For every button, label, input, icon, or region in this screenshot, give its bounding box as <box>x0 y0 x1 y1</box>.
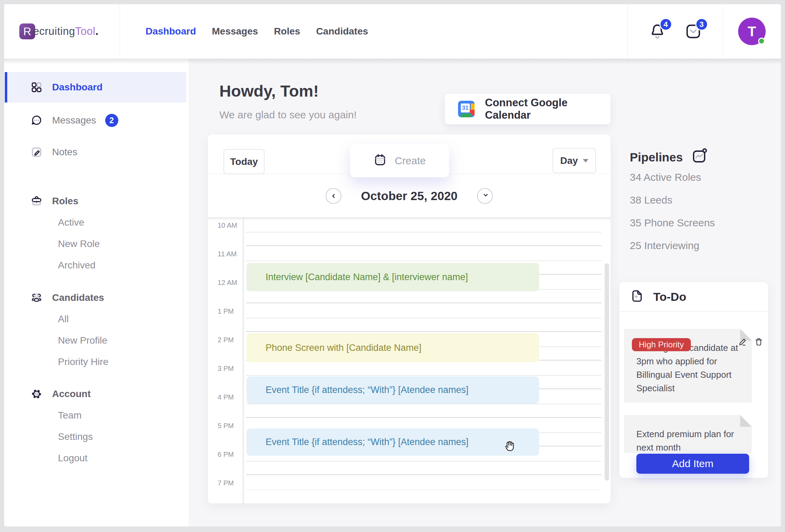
main-content: Howdy, Tom! We are glad to see you again… <box>189 59 781 526</box>
calendar-event-phone-screen[interactable]: Phone Screen with [Candidate Name] <box>247 333 539 362</box>
messages-count-badge: 2 <box>105 114 118 127</box>
sidebar-item-notes[interactable]: Notes <box>4 137 189 167</box>
dashboard-grid-icon <box>30 81 43 93</box>
time-label: 11 AM <box>218 250 240 258</box>
nav-messages[interactable]: Messages <box>212 26 258 37</box>
google-calendar-icon: 31 <box>458 101 475 117</box>
pipeline-stat-interviewing[interactable]: 25 Interviewing <box>630 240 699 252</box>
top-header: R ecruitingTool. Dashboard Messages Role… <box>4 4 781 59</box>
bell-icon <box>649 35 666 41</box>
header-avatar-area: T <box>723 4 781 59</box>
todo-header: To-Do <box>619 282 768 312</box>
briefcase-icon <box>30 195 43 207</box>
header-notification-area: 4 3 <box>627 4 723 59</box>
people-group-icon <box>30 292 43 304</box>
calendar-date-bar: October 25, 2020 <box>208 174 610 217</box>
chat-bubble-icon <box>30 114 43 127</box>
sidebar-section-label: Roles <box>52 196 78 207</box>
sidebar-item-account-team[interactable]: Team <box>4 405 189 426</box>
add-document-icon <box>630 289 644 305</box>
delete-trash-icon[interactable] <box>754 337 764 348</box>
avatar[interactable]: T <box>738 18 766 45</box>
calendar-event-interview[interactable]: Interview [Candidate Name] & [interviewe… <box>247 263 539 291</box>
connect-google-calendar-button[interactable]: 31 Connect Google Calendar <box>445 94 610 124</box>
pipeline-stat-active-roles[interactable]: 34 Active Roles <box>630 171 701 183</box>
top-nav: Dashboard Messages Roles Candidates <box>120 4 368 59</box>
edit-pencil-icon[interactable] <box>738 337 748 348</box>
avatar-initial: T <box>748 24 756 39</box>
pipeline-stat-phone-screens[interactable]: 35 Phone Screens <box>630 217 715 229</box>
todo-title: To-Do <box>653 290 686 304</box>
calendar-scrollbar[interactable] <box>605 263 609 481</box>
inbox-button[interactable]: 3 <box>685 23 702 40</box>
brand-logo[interactable]: R ecruitingTool. <box>4 4 120 59</box>
prev-day-button[interactable] <box>326 188 341 204</box>
nav-dashboard[interactable]: Dashboard <box>146 26 196 37</box>
page-subtitle: We are glad to see you again! <box>219 109 357 121</box>
sidebar-item-account-logout[interactable]: Logout <box>4 447 189 469</box>
sidebar-item-account-settings[interactable]: Settings <box>4 426 189 447</box>
pipelines-title: Pipelines <box>630 150 683 164</box>
time-label: 10 AM <box>218 221 240 229</box>
pencil-note-icon <box>30 146 43 158</box>
logo-wordmark: ecruitingTool. <box>33 25 99 38</box>
online-status-dot <box>758 38 765 45</box>
calendar-card: Today Day <box>208 135 610 503</box>
page-title: Howdy, Tom! <box>219 81 319 100</box>
time-label: 4 PM <box>218 393 240 401</box>
calendar-event-generic-2[interactable]: Event Title {if attendess; “With”} [Aten… <box>247 428 539 456</box>
trend-chart-icon[interactable] <box>691 148 708 167</box>
sidebar-item-candidates-all[interactable]: All <box>4 308 189 330</box>
time-label: 12 AM <box>218 279 240 287</box>
sidebar-section-label: Account <box>52 388 91 400</box>
gear-icon <box>30 388 43 400</box>
sidebar-section-label: Candidates <box>52 292 104 303</box>
sidebar-item-candidates-new-profile[interactable]: New Profile <box>4 330 189 351</box>
sidebar: Dashboard Messages 2 Notes <box>4 59 189 526</box>
grid-axis-line <box>243 217 244 503</box>
time-label: 6 PM <box>218 451 240 459</box>
sidebar-item-candidates-priority-hire[interactable]: Priority Hire <box>4 351 189 373</box>
time-label: 3 PM <box>218 365 240 373</box>
bell-badge: 4 <box>659 18 672 31</box>
pipeline-stat-leeds[interactable]: 38 Leeds <box>630 194 672 206</box>
sidebar-item-messages[interactable]: Messages 2 <box>4 105 189 136</box>
time-label: 2 PM <box>218 336 240 344</box>
sidebar-item-label: Messages <box>52 115 96 126</box>
view-select[interactable]: Day <box>553 148 596 173</box>
connect-label: Connect Google Calendar <box>485 97 610 121</box>
time-label: 5 PM <box>218 422 240 430</box>
app-window: R ecruitingTool. Dashboard Messages Role… <box>4 4 781 526</box>
sidebar-section-roles[interactable]: Roles <box>4 190 189 212</box>
sidebar-item-roles-archived[interactable]: Archived <box>4 255 189 276</box>
envelope-icon <box>685 35 702 41</box>
create-event-button[interactable]: Create <box>350 144 449 177</box>
sidebar-item-dashboard[interactable]: Dashboard <box>4 72 186 102</box>
time-label: 1 PM <box>218 307 240 315</box>
inbox-badge: 3 <box>695 18 708 31</box>
sidebar-item-roles-new[interactable]: New Role <box>4 233 189 255</box>
add-item-button[interactable]: Add Item <box>636 454 749 474</box>
chevron-down-icon <box>583 159 588 162</box>
sidebar-section-candidates[interactable]: Candidates <box>4 287 189 308</box>
calendar-day-grid[interactable]: 10 AM 11 AM 12 AM 1 PM 2 PM 3 PM 4 PM 5 … <box>208 217 610 503</box>
create-label: Create <box>395 155 426 167</box>
sidebar-section-account[interactable]: Account <box>4 383 189 405</box>
next-day-button[interactable] <box>477 188 493 204</box>
view-select-value: Day <box>560 155 578 166</box>
todo-note[interactable]: Extend premium plan for next month <box>624 415 752 453</box>
todo-card: To-Do Meeting with candidate at 3pm who … <box>619 282 768 478</box>
calendar-event-generic-1[interactable]: Event Title {if attendess; “With”} [Aten… <box>247 376 539 404</box>
notifications-button[interactable]: 4 <box>649 23 666 40</box>
pipelines-header: Pipelines <box>630 148 708 167</box>
date-title: October 25, 2020 <box>361 189 457 203</box>
todo-note-text: Extend premium plan for next month <box>636 429 734 453</box>
nav-roles[interactable]: Roles <box>274 26 300 37</box>
sidebar-item-roles-active[interactable]: Active <box>4 212 189 233</box>
nav-candidates[interactable]: Candidates <box>316 26 368 37</box>
high-priority-badge: High Priority <box>632 338 691 351</box>
note-actions <box>738 337 764 348</box>
today-button[interactable]: Today <box>223 149 265 174</box>
sidebar-item-label: Notes <box>52 147 77 158</box>
sidebar-item-label: Dashboard <box>52 82 102 93</box>
